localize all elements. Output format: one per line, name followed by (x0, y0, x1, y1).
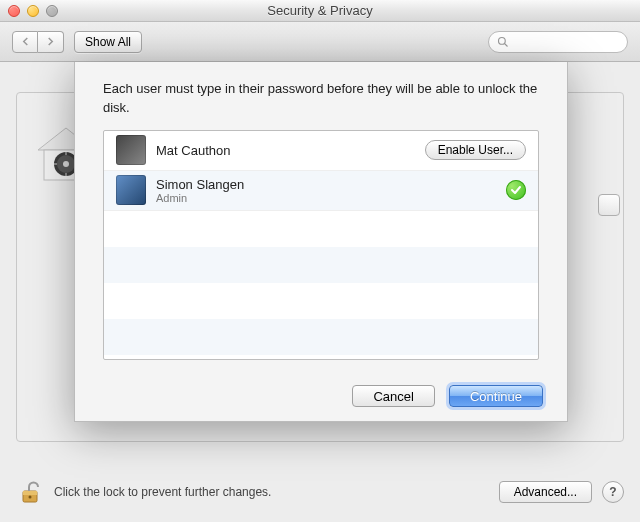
window-titlebar: Security & Privacy (0, 0, 640, 22)
advanced-button[interactable]: Advanced... (499, 481, 592, 503)
sheet-message: Each user must type in their password be… (75, 62, 567, 130)
toolbar: Show All (0, 22, 640, 62)
nav-segmented (12, 31, 64, 53)
lock-help-text: Click the lock to prevent further change… (54, 485, 489, 499)
empty-row (104, 283, 538, 319)
svg-rect-12 (23, 491, 37, 495)
sheet-button-row: Cancel Continue (352, 385, 543, 407)
chevron-right-icon (46, 37, 55, 46)
avatar (116, 175, 146, 205)
help-button[interactable]: ? (602, 481, 624, 503)
show-all-button[interactable]: Show All (74, 31, 142, 53)
zoom-window-button[interactable] (46, 5, 58, 17)
window-traffic-lights (8, 5, 58, 17)
lock-button[interactable] (16, 478, 44, 506)
empty-row (104, 319, 538, 355)
user-list: Mat Cauthon Enable User... Simon Slangen… (103, 130, 539, 360)
enable-user-button[interactable]: Enable User... (425, 140, 526, 160)
filevault-users-sheet: Each user must type in their password be… (74, 62, 568, 422)
enabled-check-icon (506, 180, 526, 200)
footer-bar: Click the lock to prevent further change… (0, 462, 640, 522)
svg-line-1 (505, 43, 508, 46)
avatar (116, 135, 146, 165)
user-row[interactable]: Mat Cauthon Enable User... (104, 131, 538, 171)
svg-point-0 (499, 37, 506, 44)
search-icon (497, 36, 509, 48)
svg-point-13 (29, 496, 32, 499)
lock-open-icon (17, 479, 43, 505)
partial-button-edge (598, 194, 620, 216)
continue-button[interactable]: Continue (449, 385, 543, 407)
user-row[interactable]: Simon Slangen Admin (104, 171, 538, 211)
search-field[interactable] (488, 31, 628, 53)
window-title: Security & Privacy (0, 3, 640, 18)
chevron-left-icon (21, 37, 30, 46)
nav-forward-button[interactable] (38, 31, 64, 53)
cancel-button[interactable]: Cancel (352, 385, 434, 407)
user-role: Admin (156, 192, 244, 204)
nav-back-button[interactable] (12, 31, 38, 53)
close-window-button[interactable] (8, 5, 20, 17)
user-name: Simon Slangen (156, 177, 244, 192)
minimize-window-button[interactable] (27, 5, 39, 17)
empty-row (104, 211, 538, 247)
user-name: Mat Cauthon (156, 143, 230, 158)
empty-row (104, 247, 538, 283)
